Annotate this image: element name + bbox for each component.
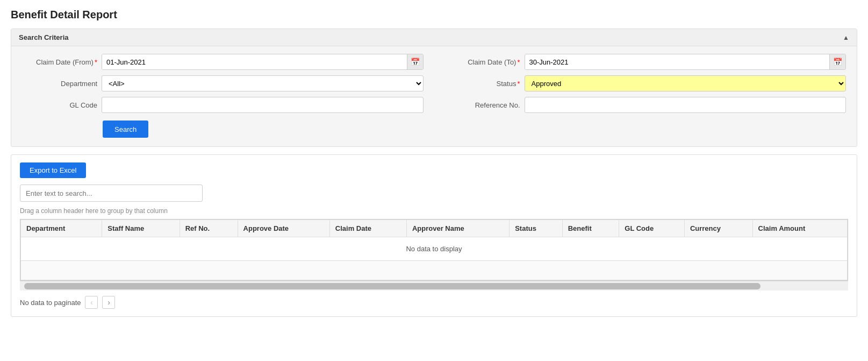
results-panel: Export to Excel Drag a column header her… xyxy=(11,154,857,317)
search-btn-row: Search xyxy=(22,121,424,138)
collapse-icon[interactable]: ▲ xyxy=(843,34,849,41)
department-row: Department <All> HR Finance IT Operation… xyxy=(22,75,424,91)
table-header: Department Staff Name Ref No. Approve Da… xyxy=(21,220,848,237)
col-gl-code[interactable]: GL Code xyxy=(619,220,685,237)
empty-row xyxy=(21,261,848,280)
claim-date-from-input[interactable] xyxy=(102,54,407,69)
col-staff-name[interactable]: Staff Name xyxy=(102,220,180,237)
no-data-row: No data to display xyxy=(21,237,848,261)
claim-date-to-input[interactable] xyxy=(525,54,830,69)
gl-code-input[interactable] xyxy=(102,97,424,113)
col-approver-name[interactable]: Approver Name xyxy=(406,220,509,237)
claim-date-from-wrapper[interactable]: 📅 xyxy=(102,54,424,70)
page-title: Benefit Detail Report xyxy=(11,9,857,21)
reference-no-label: Reference No. xyxy=(445,101,520,109)
col-currency[interactable]: Currency xyxy=(684,220,752,237)
search-criteria-panel: Search Criteria ▲ Claim Date (From)* 📅 xyxy=(11,29,857,147)
data-table-wrapper: Department Staff Name Ref No. Approve Da… xyxy=(20,219,848,281)
claim-date-to-wrapper[interactable]: 📅 xyxy=(525,54,847,70)
pagination-next-button[interactable]: › xyxy=(102,296,115,309)
claim-date-to-label: Claim Date (To)* xyxy=(445,58,520,66)
panel-header: Search Criteria ▲ xyxy=(11,29,857,46)
col-status[interactable]: Status xyxy=(510,220,563,237)
drag-hint: Drag a column header here to group by th… xyxy=(20,207,848,215)
search-input-wrapper xyxy=(20,185,848,202)
pagination-prev-button[interactable]: ‹ xyxy=(85,296,98,309)
claim-date-to-row: Claim Date (To)* 📅 xyxy=(445,54,847,70)
panel-label: Search Criteria xyxy=(19,33,69,41)
department-select[interactable]: <All> HR Finance IT Operations xyxy=(102,75,424,91)
no-data-cell: No data to display xyxy=(21,237,848,261)
pagination-text: No data to paginate xyxy=(20,299,81,307)
col-claim-amount[interactable]: Claim Amount xyxy=(752,220,847,237)
export-to-excel-button[interactable]: Export to Excel xyxy=(20,162,86,178)
claim-date-from-label: Claim Date (From)* xyxy=(22,58,97,66)
col-ref-no[interactable]: Ref No. xyxy=(180,220,238,237)
col-approve-date[interactable]: Approve Date xyxy=(238,220,329,237)
department-label: Department xyxy=(22,80,97,88)
pagination-row: No data to paginate ‹ › xyxy=(20,296,848,309)
claim-date-from-row: Claim Date (From)* 📅 xyxy=(22,54,424,70)
status-select[interactable]: Approved Pending Rejected xyxy=(525,75,847,91)
col-department[interactable]: Department xyxy=(21,220,102,237)
reference-no-input[interactable] xyxy=(525,97,847,113)
search-button[interactable]: Search xyxy=(103,121,148,138)
table-search-input[interactable] xyxy=(20,185,203,202)
claim-date-to-calendar-icon[interactable]: 📅 xyxy=(829,54,845,69)
claim-date-from-calendar-icon[interactable]: 📅 xyxy=(407,54,423,69)
gl-code-row: GL Code xyxy=(22,97,424,113)
data-table: Department Staff Name Ref No. Approve Da… xyxy=(20,220,848,280)
status-label: Status* xyxy=(445,80,520,88)
form-grid: Claim Date (From)* 📅 Claim Date (To)* 📅 xyxy=(22,54,846,138)
horizontal-scrollbar[interactable] xyxy=(20,281,848,291)
reference-no-row: Reference No. xyxy=(445,97,847,113)
table-header-row: Department Staff Name Ref No. Approve Da… xyxy=(21,220,848,237)
gl-code-label: GL Code xyxy=(22,101,97,109)
col-benefit[interactable]: Benefit xyxy=(562,220,619,237)
scrollbar-thumb[interactable] xyxy=(24,283,761,289)
status-row: Status* Approved Pending Rejected xyxy=(445,75,847,91)
table-body: No data to display xyxy=(21,237,848,280)
col-claim-date[interactable]: Claim Date xyxy=(329,220,406,237)
panel-body: Claim Date (From)* 📅 Claim Date (To)* 📅 xyxy=(11,46,857,146)
